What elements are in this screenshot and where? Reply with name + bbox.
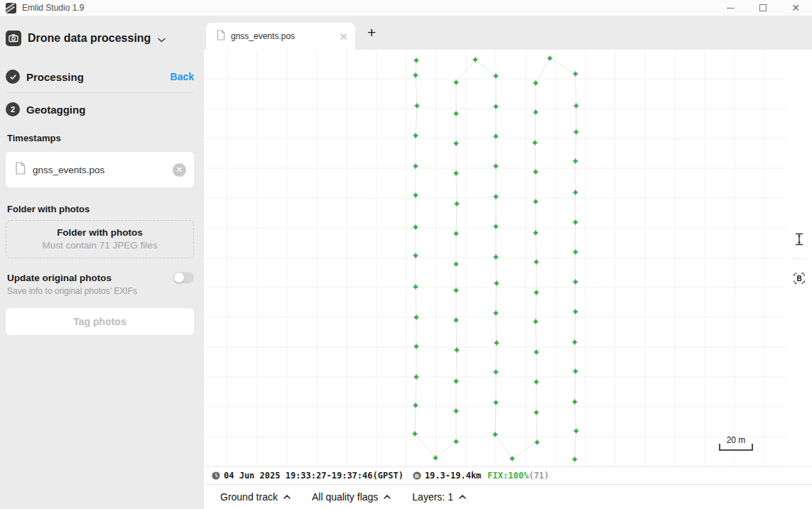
close-button[interactable]: ✕: [779, 0, 812, 16]
base-station-button[interactable]: B: [791, 270, 808, 287]
folder-dropzone[interactable]: Folder with photos Must contain 71 JPEG …: [6, 220, 194, 258]
timestamps-label: Timestamps: [7, 133, 194, 143]
chevron-down-icon: [158, 33, 166, 45]
step-number-badge: 2: [6, 102, 20, 116]
clock-icon: [212, 471, 220, 480]
divider: [6, 92, 194, 93]
update-photos-label: Update original photos: [7, 273, 112, 283]
back-link[interactable]: Back: [170, 71, 194, 82]
chevron-up-icon: [459, 495, 466, 499]
toolbar-divider: [791, 258, 807, 259]
timestamps-file-name: gnss_events.pos: [33, 165, 104, 175]
event-count: (71): [529, 471, 549, 481]
camera-icon: [6, 31, 21, 46]
layers-dropdown[interactable]: Layers: 1: [412, 491, 466, 503]
file-icon: [15, 162, 26, 177]
svg-text:B: B: [415, 473, 419, 479]
scale-bar: [719, 445, 753, 451]
ground-track-plot[interactable]: 20 m B: [204, 50, 812, 466]
baseline-segment: B 19.3-19.4km: [413, 471, 481, 481]
scale-label: 20 m: [719, 436, 753, 444]
sidebar: Drone data processing Processing Back 2 …: [0, 16, 204, 509]
layers-dropdown-label: Layers: 1: [412, 491, 453, 503]
tab-gnss-events[interactable]: gnss_events.pos ✕: [206, 23, 355, 50]
tab-label: gnss_events.pos: [231, 31, 339, 41]
toggle-knob: [174, 273, 184, 283]
update-photos-subtitle: Save info to original photos’ EXIFs: [7, 286, 194, 296]
quality-flags-dropdown-label: All quality flags: [312, 491, 378, 503]
base-station-icon: B: [793, 272, 806, 285]
time-range-segment: 04 Jun 2025 19:33:27-19:37:46(GPST): [212, 471, 404, 481]
tag-photos-button[interactable]: Tag photos: [6, 308, 194, 335]
chevron-up-icon: [384, 495, 391, 499]
dropzone-subtitle: Must contain 71 JPEG files: [6, 240, 193, 251]
update-photos-row: Update original photos: [7, 272, 194, 283]
map-scale: 20 m: [719, 436, 753, 451]
ground-track-canvas: [204, 50, 812, 466]
step-geotagging: 2 Geotagging: [6, 102, 194, 116]
fit-vertical-button[interactable]: [791, 231, 808, 248]
svg-text:B: B: [796, 275, 801, 283]
ground-track-dropdown-label: Ground track: [220, 491, 278, 503]
tab-bar: gnss_events.pos ✕ +: [204, 16, 812, 50]
minimize-button[interactable]: [714, 0, 747, 16]
update-photos-toggle[interactable]: [173, 272, 194, 283]
minimize-icon: [727, 8, 735, 9]
window-title: Emlid Studio 1.9: [22, 3, 84, 13]
close-icon: ✕: [791, 3, 800, 13]
file-icon: [217, 30, 225, 43]
quality-flags-dropdown[interactable]: All quality flags: [312, 491, 391, 503]
baseline-icon: B: [413, 471, 421, 480]
app-logo-icon: [6, 3, 16, 13]
baseline-text: 19.3-19.4km: [425, 471, 481, 481]
dropzone-title: Folder with photos: [6, 227, 193, 238]
ground-track-dropdown[interactable]: Ground track: [220, 491, 291, 503]
mode-selector[interactable]: Drone data processing: [6, 31, 194, 46]
timestamps-file-card: gnss_events.pos ✕: [6, 152, 194, 187]
mode-label: Drone data processing: [28, 32, 151, 45]
time-range-text: 04 Jun 2025 19:33:27-19:37:46(GPST): [224, 471, 404, 481]
folder-label: Folder with photos: [7, 204, 194, 214]
plot-controls-bar: Ground track All quality flags Layers: 1: [204, 485, 812, 509]
plot-toolbar: B: [789, 231, 809, 287]
processing-label: Processing: [26, 71, 84, 83]
maximize-button[interactable]: [747, 0, 779, 16]
chevron-up-icon: [283, 495, 291, 499]
maximize-icon: [759, 4, 767, 11]
fit-vertical-icon: [794, 233, 805, 246]
new-tab-button[interactable]: +: [367, 25, 376, 40]
status-bar: 04 Jun 2025 19:33:27-19:37:46(GPST) B 19…: [204, 466, 812, 485]
check-circle-icon: [6, 70, 20, 84]
geotagging-label: Geotagging: [26, 104, 85, 116]
window-titlebar: Emlid Studio 1.9 ✕: [0, 0, 812, 16]
window-controls: ✕: [714, 0, 812, 16]
tab-close-icon[interactable]: ✕: [339, 31, 348, 42]
fix-percentage: FIX:100%: [487, 471, 529, 481]
step-processing: Processing Back: [6, 70, 194, 84]
remove-file-button[interactable]: ✕: [173, 163, 186, 177]
